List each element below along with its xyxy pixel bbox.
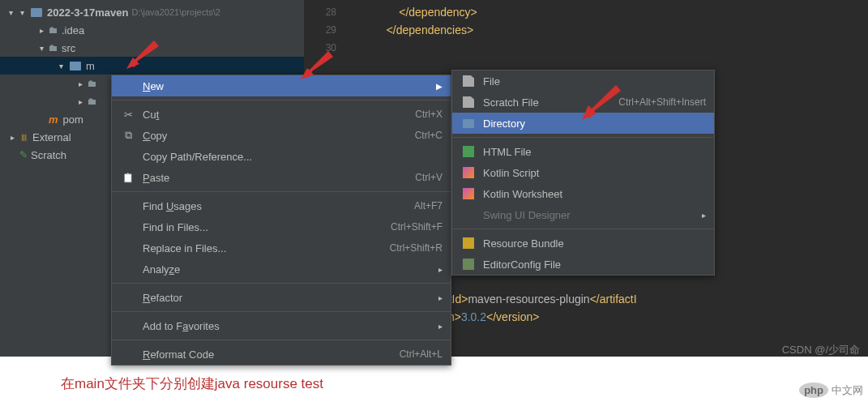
- folder-icon: [31, 8, 42, 17]
- menu-shortcut: Ctrl+Shift+R: [390, 242, 443, 254]
- submenu-scratch-file[interactable]: Scratch File Ctrl+Alt+Shift+Insert: [452, 92, 714, 113]
- submenu-arrow-icon: ▸: [438, 265, 443, 274]
- paste-icon: [122, 173, 135, 183]
- menu-separator: [112, 283, 451, 284]
- tree-item-label: pom: [63, 113, 83, 126]
- menu-separator: [112, 311, 451, 312]
- line-number: 28: [304, 6, 348, 18]
- submenu-file[interactable]: File: [452, 71, 714, 92]
- tree-item-label: src: [62, 42, 75, 54]
- tree-item-label: .idea: [62, 24, 84, 36]
- menu-separator: [112, 100, 451, 100]
- file-icon: [463, 75, 474, 87]
- project-root-row[interactable]: ▾ ▾ 2022-3-17maven D:\java2021\projects\…: [0, 3, 304, 21]
- submenu-arrow-icon: ▸: [438, 322, 443, 331]
- project-path: D:\java2021\projects\2: [131, 7, 220, 17]
- collapse-icon[interactable]: ▸: [8, 133, 16, 142]
- menu-paste[interactable]: Paste Ctrl+V: [112, 167, 451, 188]
- menu-find-usages[interactable]: Find Usages Alt+F7: [112, 195, 451, 216]
- folder-icon: 🖿: [88, 78, 97, 89]
- maven-icon: m: [49, 113, 58, 126]
- expand-icon[interactable]: ▾: [57, 62, 65, 71]
- folder-icon: 🖿: [88, 96, 97, 107]
- menu-shortcut: Ctrl+C: [415, 130, 443, 141]
- submenu-html-file[interactable]: HTML File: [452, 141, 714, 162]
- menu-shortcut: Ctrl+Shift+F: [391, 221, 443, 233]
- submenu-swing[interactable]: Swing UI Designer ▸: [452, 204, 714, 225]
- tree-src-row[interactable]: ▾ 🖿 src: [0, 39, 304, 57]
- submenu-resource-bundle[interactable]: Resource Bundle: [452, 233, 714, 254]
- menu-shortcut: Ctrl+V: [415, 172, 443, 183]
- collapse-icon[interactable]: ▸: [76, 79, 84, 88]
- menu-shortcut: Ctrl+Alt+Shift+Insert: [618, 96, 706, 108]
- menu-refactor[interactable]: Refactor ▸: [112, 287, 451, 308]
- menu-separator: [112, 340, 451, 340]
- site-logo: php 中文网: [799, 382, 863, 398]
- menu-cut[interactable]: Cut Ctrl+X: [112, 104, 451, 125]
- menu-replace-in-files[interactable]: Replace in Files... Ctrl+Shift+R: [112, 237, 451, 259]
- menu-separator: [452, 137, 714, 138]
- line-number: 29: [304, 24, 348, 36]
- new-submenu[interactable]: File Scratch File Ctrl+Alt+Shift+Insert …: [451, 70, 715, 276]
- menu-separator: [452, 229, 714, 229]
- module-folder-icon: [70, 62, 81, 71]
- html-file-icon: [463, 146, 474, 157]
- scratch-file-icon: [463, 96, 474, 108]
- folder-icon: 🖿: [49, 42, 58, 53]
- menu-shortcut: Ctrl+X: [415, 109, 443, 120]
- folder-icon: [463, 119, 474, 128]
- cut-icon: [122, 109, 135, 121]
- context-menu[interactable]: New ▶ Cut Ctrl+X Copy Ctrl+C Copy Path/R…: [111, 75, 451, 365]
- copy-icon: [122, 129, 135, 142]
- tree-main-row[interactable]: ▾ m: [0, 57, 304, 75]
- expand-icon: ▾: [18, 8, 26, 17]
- resource-icon: [463, 237, 474, 249]
- collapse-icon[interactable]: ▸: [76, 97, 84, 106]
- submenu-arrow-icon: ▶: [436, 82, 443, 91]
- menu-separator: [112, 191, 451, 192]
- submenu-directory[interactable]: Directory: [452, 113, 714, 134]
- menu-copy[interactable]: Copy Ctrl+C: [112, 125, 451, 146]
- expand-icon[interactable]: ▾: [37, 44, 45, 53]
- menu-find-in-files[interactable]: Find in Files... Ctrl+Shift+F: [112, 216, 451, 237]
- config-icon: [463, 259, 474, 270]
- logo-text: 中文网: [832, 383, 863, 398]
- watermark-text: CSDN @/少司命: [782, 343, 860, 357]
- menu-analyze[interactable]: Analyze ▸: [112, 259, 451, 280]
- php-badge-icon: php: [799, 382, 828, 398]
- line-number: 30: [304, 42, 348, 53]
- kotlin-icon: [463, 167, 474, 178]
- tree-item-label: Scratch: [31, 149, 66, 161]
- expand-icon[interactable]: ▾: [6, 8, 15, 17]
- scratch-icon: ✎: [19, 149, 28, 160]
- menu-new[interactable]: New ▶: [112, 75, 451, 96]
- submenu-arrow-icon: ▸: [702, 211, 706, 220]
- code-line: 29 </dependencies>: [304, 21, 868, 39]
- library-icon: ⫼: [19, 131, 29, 143]
- submenu-arrow-icon: ▸: [438, 293, 443, 302]
- submenu-editorconfig[interactable]: EditorConfig File: [452, 254, 714, 275]
- submenu-kotlin-worksheet[interactable]: Kotlin Worksheet: [452, 183, 714, 204]
- tree-idea-row[interactable]: ▸ 🖿 .idea: [0, 21, 304, 39]
- menu-copy-path[interactable]: Copy Path/Reference...: [112, 146, 451, 167]
- annotation-text: 在main文件夹下分别创建java resourse test: [61, 374, 323, 393]
- tree-item-label: External: [32, 131, 71, 143]
- code-line: 30: [304, 39, 868, 57]
- project-name: 2022-3-17maven: [47, 6, 128, 19]
- kotlin-icon: [463, 188, 474, 199]
- menu-add-favorites[interactable]: Add to Favorites ▸: [112, 315, 451, 336]
- folder-icon: 🖿: [49, 24, 58, 36]
- tree-item-label: m: [86, 60, 95, 72]
- submenu-kotlin-script[interactable]: Kotlin Script: [452, 162, 714, 183]
- menu-reformat[interactable]: Reformat Code Ctrl+Alt+L: [112, 344, 451, 365]
- collapse-icon[interactable]: ▸: [37, 26, 45, 35]
- menu-shortcut: Alt+F7: [414, 200, 443, 212]
- code-line: 28 </dependency>: [304, 3, 868, 21]
- menu-shortcut: Ctrl+Alt+L: [400, 348, 443, 360]
